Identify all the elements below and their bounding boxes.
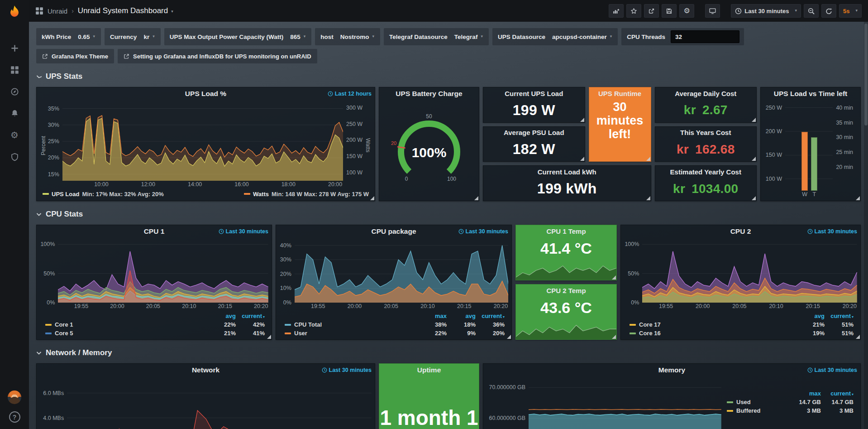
legend-row[interactable]: Core 122%42% (45, 320, 265, 329)
var-telegraf-datasource-select[interactable]: Telegraf (450, 28, 487, 45)
time-range-label: Last 30 minutes (458, 228, 508, 235)
legend-item[interactable]: WattsMin: 148 W Max: 278 W Avg: 175 W (244, 191, 369, 198)
dashboard-settings-button[interactable]: ⚙ (679, 4, 694, 18)
currency-prefix: kr (684, 103, 696, 117)
stat-value: 1 month 1 (379, 405, 479, 429)
x-tick: 20:20 (843, 303, 857, 309)
cpu2-chart[interactable]: 100%50%0%19:5520:0020:0520:1020:1520:20 (624, 240, 857, 311)
panel-title[interactable]: CPU 1 Temp (516, 225, 616, 237)
chart-legend[interactable]: UPS LoadMin: 17% Max: 32% Avg: 20%WattsM… (40, 189, 372, 199)
chart-legend[interactable]: avgcurrentCore 1721%51%Core 1619%51% (624, 311, 857, 337)
dashboards-button[interactable] (5, 63, 24, 77)
alerting-button[interactable] (5, 106, 24, 121)
bar-T[interactable] (811, 137, 817, 191)
panel-bars-header[interactable]: UPS Load vs Time left (761, 87, 860, 100)
add-panel-button[interactable] (609, 4, 624, 18)
panel-cpu1-header[interactable]: CPU 1 Last 30 minutes (37, 225, 272, 238)
server-admin-button[interactable] (5, 149, 24, 164)
var-kwh-price-select[interactable]: 0.65 (74, 28, 99, 45)
x-tick: 12:00 (141, 181, 155, 188)
legend-column-header[interactable]: current (476, 313, 505, 319)
link-ups-monitoring-guide[interactable]: Setting up Grafana and InfluxDB for UPS … (118, 49, 317, 63)
var-ups-max-output-select[interactable]: 865 (286, 28, 310, 45)
share-icon (648, 8, 655, 14)
legend-column-header[interactable]: max (788, 390, 821, 397)
breadcrumb-folder[interactable]: Unraid (48, 7, 67, 15)
panel-title[interactable]: Current Load kWh (483, 166, 651, 178)
panel-cpu-package-header[interactable]: CPU package Last 30 minutes (276, 225, 511, 238)
legend-value: 19% (796, 330, 825, 337)
legend-row[interactable]: Core 1619%51% (630, 329, 854, 337)
axis-tick: 4.0 MBs (43, 415, 64, 421)
legend-column-header[interactable]: max (418, 313, 447, 319)
network-chart[interactable]: 6.0 MBs4.0 MBs2.0 MBs (40, 378, 372, 429)
dashboard-title[interactable]: Unraid System Dashboard (78, 6, 173, 15)
battery-gauge[interactable]: 50 0 100 20 100% (382, 102, 476, 199)
panel-current-load-kwh: Current Load kWh 199 kWh (483, 165, 651, 201)
legend-row[interactable]: Used14.7 GB14.7 GB (727, 398, 854, 406)
chart-legend[interactable]: maxavgcurrentCPU Total38%18%36%User22%9%… (279, 311, 508, 337)
link-grafana-plex-theme[interactable]: Grafana Plex Theme (36, 49, 114, 63)
panel-title[interactable]: CPU 2 Temp (516, 284, 616, 296)
panel-battery-header[interactable]: UPS Battery Charge (379, 87, 479, 100)
x-tick: 20:00 (328, 181, 342, 188)
refresh-interval-picker[interactable]: 5s (839, 4, 862, 18)
chart-legend[interactable]: maxcurrentUsed14.7 GB14.7 GBBuffered3 MB… (721, 378, 857, 429)
configuration-button[interactable]: ⚙ (5, 128, 24, 142)
scrollbar-thumb[interactable] (864, 24, 868, 125)
share-dashboard-button[interactable] (644, 4, 659, 18)
legend-column-header[interactable]: avg (447, 313, 476, 319)
explore-button[interactable] (5, 84, 24, 99)
panel-title[interactable]: This Years Cost (655, 127, 757, 139)
legend-column-header[interactable]: current (236, 313, 265, 319)
time-range-picker[interactable]: Last 30 minutes (731, 4, 801, 18)
memory-chart[interactable]: 70.000000 GB60.000000 GB50.000000 GB (486, 378, 721, 429)
section-ups-stats[interactable]: UPS Stats (36, 71, 861, 82)
cpu-threads-input[interactable] (671, 30, 739, 43)
legend-column-header[interactable]: current (821, 390, 854, 397)
section-cpu-stats[interactable]: CPU Stats (36, 208, 861, 220)
panel-network-header[interactable]: Network Last 30 minutes (37, 364, 375, 376)
panel-uptime-header[interactable]: Uptime (379, 364, 479, 376)
help-button[interactable] (9, 411, 20, 423)
tv-mode-button[interactable] (705, 4, 720, 18)
section-network-memory[interactable]: Network / Memory (36, 347, 861, 359)
legend-row[interactable]: User22%9%20% (285, 329, 505, 337)
clock-icon (807, 229, 813, 234)
refresh-button[interactable] (821, 4, 836, 18)
cpu-package-chart[interactable]: 40%30%20%10%0%19:5520:0020:0520:1020:152… (279, 240, 508, 311)
legend-row[interactable]: Core 521%41% (45, 329, 265, 337)
panel-title[interactable]: Average Daily Cost (655, 87, 757, 99)
cpu1-chart[interactable]: 100%50%0%19:5520:0020:0520:1020:1520:20 (40, 240, 268, 311)
panel-title[interactable]: Current UPS Load (483, 87, 585, 99)
panel-title[interactable]: Average PSU Load (483, 127, 585, 139)
panel-memory-header[interactable]: Memory Last 30 minutes (483, 364, 860, 376)
var-ups-datasource-select[interactable]: apcupsd-container (548, 28, 616, 45)
save-dashboard-button[interactable] (662, 4, 677, 18)
ups-vs-time-bar-chart[interactable]: 250 W200 W150 W100 WWT40 min35 min30 min… (764, 102, 857, 199)
zoom-out-button[interactable] (804, 4, 819, 18)
ups-load-chart[interactable]: Percent35%30%25%20%15%10:0012:0014:0016:… (40, 102, 372, 189)
bar-W[interactable] (801, 132, 808, 191)
legend-swatch (727, 401, 733, 403)
panel-cpu2-header[interactable]: CPU 2 Last 30 minutes (621, 225, 860, 238)
legend-row[interactable]: Core 1721%51% (630, 320, 854, 329)
legend-column-header[interactable]: avg (207, 313, 236, 319)
legend-column-header[interactable]: avg (796, 313, 825, 319)
panel-title[interactable]: UPS Runtime (589, 87, 651, 99)
create-button[interactable] (5, 41, 24, 55)
panel-title: Uptime (417, 366, 441, 374)
panel-title[interactable]: Estimated Yearly Cost (655, 166, 757, 178)
legend-row[interactable]: Buffered3 MB3 MB (727, 406, 854, 415)
legend-item[interactable]: UPS LoadMin: 17% Max: 32% Avg: 20% (43, 191, 164, 198)
topbar: Unraid Unraid System Dashboard (29, 0, 868, 22)
panel-ups-load-header[interactable]: UPS Load % Last 12 hours (37, 87, 375, 100)
chart-legend[interactable]: avgcurrentCore 122%42%Core 521%41% (40, 311, 268, 337)
star-dashboard-button[interactable] (626, 4, 641, 18)
user-avatar[interactable] (8, 390, 21, 404)
var-host-select[interactable]: Nostromo (336, 28, 378, 45)
grafana-logo[interactable] (6, 5, 23, 21)
legend-row[interactable]: CPU Total38%18%36% (285, 320, 505, 329)
legend-column-header[interactable]: current (825, 313, 854, 319)
var-currency-select[interactable]: kr (139, 28, 158, 45)
